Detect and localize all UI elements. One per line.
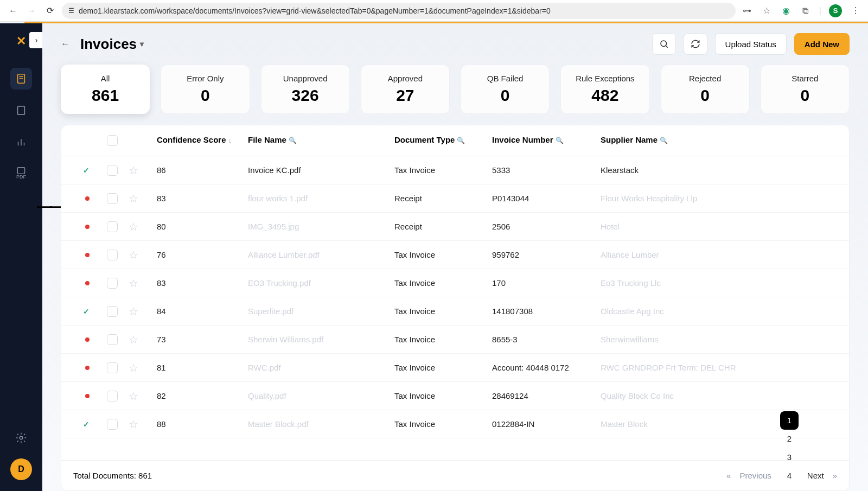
row-checkbox[interactable]: [107, 221, 118, 232]
row-checkbox[interactable]: [107, 391, 118, 401]
page-next[interactable]: Next: [804, 471, 827, 480]
star-toggle[interactable]: ☆: [129, 193, 138, 205]
status-error-icon: [85, 196, 90, 201]
row-checkbox[interactable]: [107, 278, 118, 289]
page-first[interactable]: «: [726, 471, 731, 480]
back-button[interactable]: ←: [61, 39, 73, 49]
table-row[interactable]: ☆76Alliance Lumber.pdfTax Invoice959762A…: [61, 241, 849, 269]
th-confidence[interactable]: Confidence Score↓: [156, 135, 248, 146]
cell-confidence: 83: [156, 194, 248, 203]
status-error-icon: [85, 394, 90, 398]
ext1-icon[interactable]: ◉: [780, 5, 792, 17]
sidebar-item-analytics[interactable]: [10, 131, 32, 152]
url-bar[interactable]: ☰ demo1.klearstack.com/workspace/documen…: [62, 3, 736, 19]
star-toggle[interactable]: ☆: [129, 390, 138, 402]
filter-tab-rule-exceptions[interactable]: Rule Exceptions482: [560, 65, 649, 114]
star-toggle[interactable]: ☆: [129, 221, 138, 233]
add-new-button[interactable]: Add New: [794, 33, 850, 55]
filter-tab-qb-failed[interactable]: QB Failed0: [461, 65, 550, 114]
cell-supplier: Quality Block Co Inc: [601, 391, 849, 400]
filter-tab-error-only[interactable]: Error Only0: [161, 65, 250, 114]
row-checkbox[interactable]: [107, 165, 118, 176]
page-1[interactable]: 1: [780, 411, 799, 430]
star-toggle[interactable]: ☆: [129, 249, 138, 261]
table-footer: Total Documents: 861 « Previous 12345…87…: [61, 460, 849, 490]
row-checkbox[interactable]: [107, 306, 118, 317]
th-doctype[interactable]: Document Type🔍: [394, 135, 492, 146]
cell-doctype: Tax Invoice: [394, 250, 492, 259]
tab-count: 27: [366, 86, 445, 105]
select-all-checkbox[interactable]: [107, 135, 118, 146]
profile-avatar[interactable]: S: [829, 4, 842, 17]
star-toggle[interactable]: ☆: [129, 334, 138, 346]
page-2[interactable]: 2: [780, 430, 799, 448]
cell-filename: Sherwin Williams.pdf: [248, 335, 394, 344]
th-filename[interactable]: File Name🔍: [248, 135, 394, 146]
th-invoice[interactable]: Invoice Number🔍: [492, 135, 601, 146]
tab-count: 482: [565, 86, 644, 105]
star-toggle[interactable]: ☆: [129, 277, 138, 289]
page-3[interactable]: 3: [780, 448, 799, 467]
star-toggle[interactable]: ☆: [129, 418, 138, 430]
page-title[interactable]: Invoices ▾: [80, 36, 144, 53]
table-row[interactable]: ✓☆86Invoice KC.pdfTax Invoice5333Klearst…: [61, 156, 849, 184]
user-avatar[interactable]: D: [10, 458, 32, 480]
table-row[interactable]: ☆80IMG_3495.jpgReceipt2506Hotel: [61, 213, 849, 241]
menu-icon[interactable]: ⋮: [850, 5, 861, 17]
sidebar-item-settings[interactable]: [10, 427, 32, 449]
status-error-icon: [85, 225, 90, 229]
sidebar-item-notes[interactable]: [10, 99, 32, 121]
filter-tab-rejected[interactable]: Rejected0: [661, 65, 750, 114]
page-prev[interactable]: Previous: [736, 471, 774, 480]
sidebar-expand[interactable]: ›: [29, 32, 43, 48]
cell-invoice: 2506: [492, 222, 601, 231]
upload-status-button[interactable]: Upload Status: [715, 33, 787, 55]
nav-fwd[interactable]: →: [25, 4, 38, 17]
page-5[interactable]: 5: [780, 485, 799, 492]
extensions-icon[interactable]: ⧉: [800, 5, 812, 17]
row-checkbox[interactable]: [107, 362, 118, 373]
filter-tab-all[interactable]: All861: [61, 65, 150, 114]
row-checkbox[interactable]: [107, 193, 118, 204]
table-row[interactable]: ☆83flour works 1.pdfReceiptP0143044Flour…: [61, 184, 849, 213]
filter-tab-starred[interactable]: Starred0: [761, 65, 850, 114]
table-row[interactable]: ☆81RWC.pdfTax InvoiceAccount: 40448 0172…: [61, 354, 849, 382]
filter-tab-approved[interactable]: Approved27: [361, 65, 450, 114]
filter-tab-unapproved[interactable]: Unapproved326: [261, 65, 350, 114]
cell-doctype: Tax Invoice: [394, 165, 492, 175]
star-icon[interactable]: ☆: [761, 5, 773, 17]
status-ok-icon: ✓: [83, 307, 90, 316]
star-toggle[interactable]: ☆: [129, 305, 138, 317]
total-documents: Total Documents: 861: [73, 471, 152, 480]
tab-label: Approved: [366, 74, 445, 83]
table-row[interactable]: ☆83EO3 Trucking.pdfTax Invoice170Eo3 Tru…: [61, 269, 849, 297]
tab-label: Rule Exceptions: [565, 74, 644, 83]
cell-supplier: Alliance Lumber: [601, 250, 849, 259]
nav-reload[interactable]: ⟳: [43, 4, 56, 17]
app-logo[interactable]: ✕ ›: [11, 31, 31, 52]
status-error-icon: [85, 366, 90, 370]
page-last[interactable]: »: [833, 471, 837, 480]
row-checkbox[interactable]: [107, 419, 118, 430]
star-toggle[interactable]: ☆: [129, 164, 138, 176]
row-checkbox[interactable]: [107, 334, 118, 345]
th-supplier[interactable]: Supplier Name🔍: [601, 135, 849, 146]
sidebar-item-documents[interactable]: [10, 68, 32, 90]
cell-invoice: 8655-3: [492, 335, 601, 344]
cell-doctype: Receipt: [394, 194, 492, 203]
cell-filename: EO3 Trucking.pdf: [248, 278, 394, 288]
star-toggle[interactable]: ☆: [129, 362, 138, 374]
sidebar-item-pdf[interactable]: PDF: [10, 162, 32, 184]
refresh-button[interactable]: [684, 33, 707, 55]
search-button[interactable]: [652, 33, 676, 55]
table-row[interactable]: ☆82Quality.pdfTax Invoice28469124Quality…: [61, 382, 849, 410]
status-error-icon: [85, 253, 90, 257]
cell-confidence: 81: [156, 363, 248, 372]
row-checkbox[interactable]: [107, 250, 118, 260]
key-icon[interactable]: ⊶: [741, 5, 753, 17]
page-4[interactable]: 4: [780, 467, 799, 485]
nav-back[interactable]: ←: [7, 4, 20, 17]
cell-filename: Master Block.pdf: [248, 419, 394, 429]
table-row[interactable]: ✓☆84Superlite.pdfTax Invoice141807308Old…: [61, 297, 849, 326]
table-row[interactable]: ☆73Sherwin Williams.pdfTax Invoice8655-3…: [61, 326, 849, 354]
